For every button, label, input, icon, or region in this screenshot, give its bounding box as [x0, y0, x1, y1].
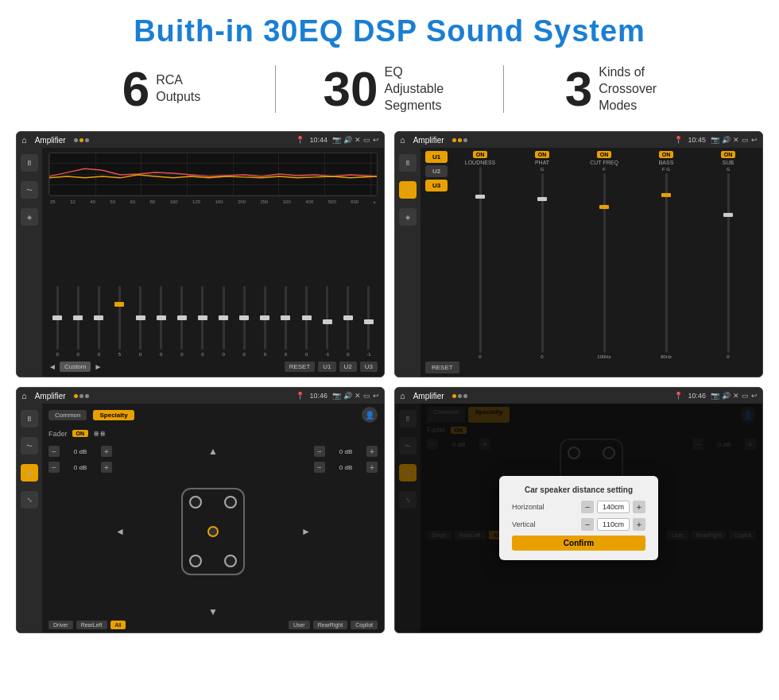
eq-slider-15[interactable]: -1 — [360, 286, 378, 357]
dialog-vertical-minus[interactable]: − — [581, 518, 594, 531]
freq-320: 320 — [283, 199, 291, 204]
fader-plus-0[interactable]: + — [101, 446, 112, 457]
eq-slider-6[interactable]: 0 — [173, 286, 191, 357]
car-right-btn[interactable]: ► — [301, 526, 311, 537]
dialog-horizontal-plus[interactable]: + — [633, 501, 645, 513]
eq-u2-btn[interactable]: U2 — [339, 362, 357, 372]
bass-on-badge[interactable]: ON — [659, 151, 674, 158]
fader-user-icon[interactable]: 👤 — [362, 407, 378, 423]
dialog-horizontal-minus[interactable]: − — [581, 501, 594, 513]
eq-slider-10[interactable]: 0 — [256, 286, 273, 357]
screen2-close-icon[interactable]: ✕ — [733, 136, 739, 144]
car-shape — [181, 488, 245, 575]
eq-slider-5[interactable]: 0 — [153, 286, 170, 357]
fader-tab-specialty[interactable]: Specialty — [93, 410, 134, 420]
loudness-on-badge[interactable]: ON — [473, 151, 488, 158]
screen3-expand-btn[interactable]: ⤡ — [21, 491, 38, 509]
eq-val-0: 0 — [56, 352, 58, 357]
fader-copilot-btn[interactable]: Copilot — [351, 621, 378, 629]
fader-plus-1[interactable]: + — [101, 462, 112, 473]
eq-slider-14[interactable]: 0 — [339, 286, 357, 357]
speaker-icon-btn[interactable]: ◈ — [21, 208, 38, 226]
eq-freq-labels: 25 32 40 50 63 80 100 125 160 200 250 32… — [48, 199, 378, 204]
xover-reset-btn[interactable]: RESET — [425, 362, 459, 373]
screen2-wave-btn[interactable]: 〜 — [399, 181, 417, 199]
fader-rearleft-btn[interactable]: RearLeft — [76, 621, 107, 629]
eq-slider-9[interactable]: 0 — [235, 286, 253, 357]
phat-on-badge[interactable]: ON — [535, 151, 550, 158]
fader-minus-2[interactable]: − — [314, 446, 325, 457]
eq-slider-1[interactable]: 0 — [69, 286, 87, 357]
fader-minus-3[interactable]: − — [314, 462, 325, 473]
car-up-btn[interactable]: ▲ — [208, 446, 218, 457]
home-icon-3[interactable]: ⌂ — [21, 391, 27, 400]
xover-u1-btn[interactable]: U1 — [425, 151, 448, 163]
fader-user-btn[interactable]: User — [289, 621, 310, 629]
back-icon[interactable]: ↩ — [373, 136, 379, 144]
screen3-wave-btn[interactable]: 〜 — [21, 437, 38, 454]
screen3-eq-btn[interactable]: 🎚 — [21, 410, 38, 427]
eq-slider-12[interactable]: 0 — [298, 286, 316, 357]
eq-slider-8[interactable]: 0 — [215, 286, 232, 357]
screen3-close-icon[interactable]: ✕ — [355, 392, 361, 400]
screen3-speaker-btn[interactable]: ◈ — [21, 464, 38, 481]
fader-rearright-btn[interactable]: RearRight — [313, 621, 348, 629]
eq-slider-0[interactable]: 0 — [48, 286, 66, 357]
cutfreq-slider[interactable] — [603, 173, 606, 353]
screen2-eq-btn[interactable]: 🎚 — [399, 154, 417, 172]
fader-plus-2[interactable]: + — [366, 446, 378, 457]
home-icon[interactable]: ⌂ — [21, 135, 27, 145]
bass-slider[interactable] — [665, 173, 668, 353]
eq-next-btn[interactable]: ► — [94, 362, 102, 371]
fader-all-btn[interactable]: All — [110, 621, 126, 629]
eq-slider-3[interactable]: 5 — [110, 286, 128, 357]
fader-db-row-2: − 0 dB + — [314, 446, 378, 457]
screen-dialog: ⌂ Amplifier 📍 10:46 📷 🔊 ✕ ▭ ↩ 🎚 〜 ◈ ⤡ — [394, 387, 763, 633]
screen4-close-icon[interactable]: ✕ — [733, 392, 739, 400]
fader-driver-btn[interactable]: Driver — [48, 621, 73, 629]
xover-u2-btn[interactable]: U2 — [425, 165, 448, 177]
home-icon-2[interactable]: ⌂ — [400, 135, 405, 145]
eq-slider-11[interactable]: 0 — [277, 286, 294, 357]
car-left-btn[interactable]: ◄ — [115, 526, 125, 537]
screen3-time: 10:46 — [309, 392, 327, 400]
loudness-slider[interactable] — [479, 167, 482, 353]
dialog-vertical-plus[interactable]: + — [633, 518, 645, 531]
screen3-back-icon[interactable]: ↩ — [373, 392, 379, 400]
eq-prev-btn[interactable]: ◄ — [48, 362, 56, 371]
screen4-back-icon[interactable]: ↩ — [751, 392, 758, 400]
screen2-back-icon[interactable]: ↩ — [751, 136, 758, 144]
eq-u3-btn[interactable]: U3 — [360, 362, 378, 372]
cutfreq-on-badge[interactable]: ON — [597, 151, 612, 158]
eq-reset-btn[interactable]: RESET — [285, 362, 316, 372]
wave-icon-btn[interactable]: 〜 — [21, 181, 38, 199]
xover-bottom: RESET — [425, 362, 758, 373]
fader-minus-0[interactable]: − — [48, 446, 60, 457]
fader-tab-common[interactable]: Common — [48, 410, 87, 420]
dialog-confirm-btn[interactable]: Confirm — [512, 536, 645, 551]
sub-slider[interactable] — [727, 173, 730, 353]
cutfreq-label: CUT FREQ — [590, 160, 618, 165]
stat-item-eq: 30 EQ Adjustable Segments — [276, 64, 503, 114]
fader-db-row-0: − 0 dB + — [48, 446, 112, 457]
eq-slider-2[interactable]: 0 — [90, 286, 107, 357]
close-icon[interactable]: ✕ — [355, 136, 361, 144]
page-title: Buith-in 30EQ DSP Sound System — [0, 0, 779, 56]
car-down-btn[interactable]: ▼ — [208, 606, 218, 617]
home-icon-4[interactable]: ⌂ — [400, 391, 405, 400]
fader-minus-1[interactable]: − — [48, 462, 60, 473]
xover-u3-btn[interactable]: U3 — [425, 180, 448, 191]
eq-slider-4[interactable]: 0 — [132, 286, 149, 357]
eq-u1-btn[interactable]: U1 — [318, 362, 335, 372]
eq-slider-13[interactable]: -1 — [319, 286, 336, 357]
eq-arrows[interactable]: » — [374, 199, 376, 204]
fader-slider-icon[interactable]: ⧻⧻ — [93, 429, 106, 438]
cutfreq-val: 100Hz — [597, 354, 610, 359]
fader-plus-3[interactable]: + — [366, 462, 378, 473]
eq-slider-7[interactable]: 0 — [194, 286, 211, 357]
fader-on-badge[interactable]: ON — [72, 430, 89, 437]
sub-on-badge[interactable]: ON — [721, 151, 736, 158]
eq-icon-btn[interactable]: 🎚 — [21, 154, 38, 172]
phat-slider[interactable] — [541, 173, 544, 353]
screen2-speaker-btn[interactable]: ◈ — [399, 208, 417, 226]
